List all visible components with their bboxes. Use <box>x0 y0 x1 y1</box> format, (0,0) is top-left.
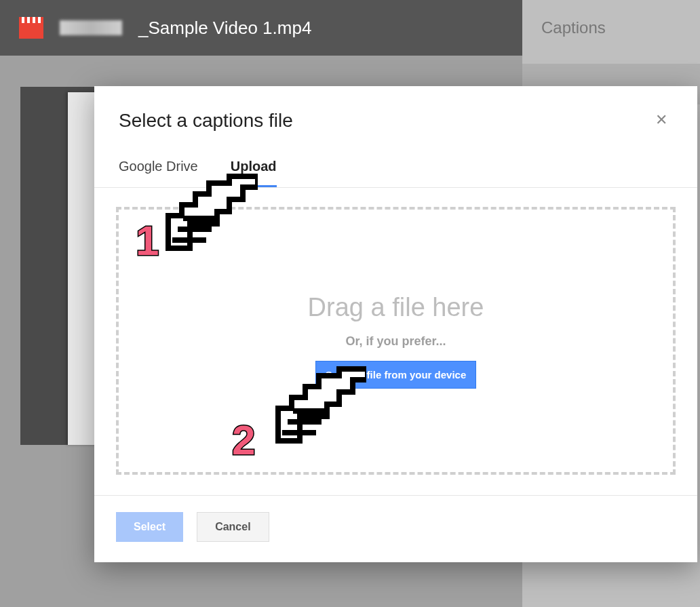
or-text: Or, if you prefer... <box>345 334 446 349</box>
filename: _Sample Video 1.mp4 <box>138 18 311 39</box>
captions-file-picker-modal: Select a captions file ✕ Google Drive Up… <box>94 86 697 562</box>
filename-redacted <box>60 20 122 35</box>
tab-google-drive[interactable]: Google Drive <box>119 159 198 187</box>
close-icon[interactable]: ✕ <box>650 110 673 130</box>
file-dropzone[interactable]: Drag a file here Or, if you prefer... Se… <box>116 207 676 475</box>
select-button[interactable]: Select <box>116 512 183 542</box>
video-file-icon <box>19 17 43 39</box>
picker-tabs: Google Drive Upload <box>94 138 697 188</box>
modal-title: Select a captions file <box>119 110 650 132</box>
side-panel-title: Captions <box>522 0 700 56</box>
select-file-button[interactable]: Select a file from your device <box>315 361 477 389</box>
tab-upload[interactable]: Upload <box>231 159 277 187</box>
cancel-button[interactable]: Cancel <box>197 512 269 542</box>
drag-instruction: Drag a file here <box>308 293 484 322</box>
